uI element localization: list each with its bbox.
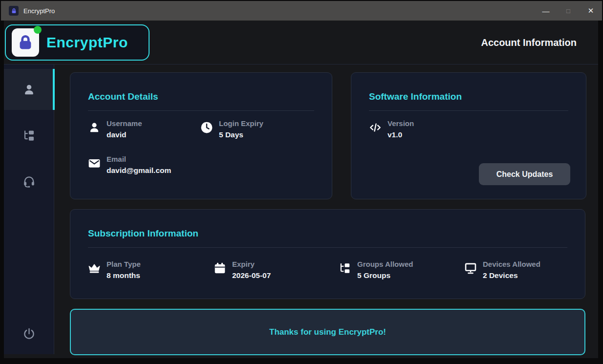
check-updates-button[interactable]: Check Updates bbox=[479, 163, 570, 185]
folder-tree-icon bbox=[339, 262, 351, 275]
field-version: Version v1.0 bbox=[369, 120, 481, 139]
field-value: 8 months bbox=[107, 272, 141, 279]
header: EncryptPro Account Information bbox=[4, 21, 598, 64]
minimize-button[interactable]: — bbox=[535, 1, 557, 21]
account-fields: Username david Login Expiry 5 Days bbox=[88, 120, 314, 174]
sidebar-item-logout[interactable] bbox=[4, 313, 54, 354]
field-username: Username david bbox=[88, 120, 200, 139]
headset-icon bbox=[22, 175, 36, 188]
sidebar-item-account[interactable] bbox=[4, 69, 54, 110]
divider bbox=[369, 110, 568, 111]
sidebar bbox=[4, 64, 54, 354]
sidebar-item-support[interactable] bbox=[4, 161, 54, 202]
maximize-button[interactable]: □ bbox=[557, 1, 580, 21]
software-fields: Version v1.0 bbox=[369, 120, 568, 139]
field-value: 2 Devices bbox=[483, 272, 540, 279]
field-label: Plan Type bbox=[107, 260, 141, 268]
field-label: Expiry bbox=[232, 260, 271, 268]
code-icon bbox=[369, 121, 382, 134]
field-expiry: Expiry 2026-05-07 bbox=[214, 260, 339, 279]
app-window: EncryptPro — □ ✕ EncryptPro Account Info… bbox=[0, 0, 603, 364]
online-status-dot bbox=[34, 26, 42, 34]
software-info-card: Software Information Version v1.0 bbox=[351, 72, 586, 199]
card-title: Account Details bbox=[88, 91, 314, 102]
lock-icon bbox=[16, 33, 35, 52]
divider bbox=[88, 110, 314, 111]
field-label: Groups Allowed bbox=[357, 260, 413, 268]
logo-text: EncryptPro bbox=[46, 34, 128, 51]
field-value: david@gmail.com bbox=[107, 167, 171, 174]
field-value: david bbox=[107, 131, 142, 139]
field-value: v1.0 bbox=[388, 131, 414, 139]
divider bbox=[88, 247, 567, 248]
titlebar: EncryptPro — □ ✕ bbox=[1, 1, 602, 21]
field-label: Email bbox=[107, 155, 171, 163]
field-value: 5 Days bbox=[219, 131, 263, 139]
lock-icon bbox=[11, 8, 17, 14]
field-value: 5 Groups bbox=[357, 272, 413, 279]
monitor-icon bbox=[464, 262, 477, 275]
field-label: Username bbox=[107, 120, 142, 127]
calendar-icon bbox=[214, 262, 226, 275]
window-controls: — □ ✕ bbox=[535, 1, 602, 21]
field-devices-allowed: Devices Allowed 2 Devices bbox=[464, 260, 567, 279]
field-label: Version bbox=[388, 120, 414, 127]
field-login-expiry: Login Expiry 5 Days bbox=[200, 120, 314, 139]
titlebar-app-name: EncryptPro bbox=[23, 7, 55, 15]
field-value: 2026-05-07 bbox=[232, 272, 271, 279]
field-groups-allowed: Groups Allowed 5 Groups bbox=[339, 260, 464, 279]
card-title: Software Information bbox=[369, 91, 568, 102]
clock-icon bbox=[200, 121, 213, 134]
field-label: Login Expiry bbox=[219, 120, 263, 127]
account-details-card: Account Details Username david bbox=[70, 72, 332, 199]
field-plan-type: Plan Type 8 months bbox=[88, 260, 214, 279]
subscription-card: Subscription Information Plan Type 8 mon… bbox=[70, 209, 585, 299]
close-button[interactable]: ✕ bbox=[580, 1, 602, 21]
mail-icon bbox=[88, 157, 101, 170]
logo-badge bbox=[12, 28, 39, 57]
power-icon bbox=[22, 327, 36, 341]
page-title: Account Information bbox=[481, 37, 577, 48]
app-icon bbox=[9, 6, 19, 16]
user-icon bbox=[88, 121, 101, 134]
folder-tree-icon bbox=[22, 129, 36, 142]
sidebar-item-groups[interactable] bbox=[4, 115, 54, 156]
user-icon bbox=[22, 83, 36, 96]
subscription-fields: Plan Type 8 months Expiry bbox=[88, 260, 567, 279]
field-email: Email david@gmail.com bbox=[88, 155, 200, 174]
logo: EncryptPro bbox=[5, 24, 150, 61]
app-body: EncryptPro Account Information bbox=[4, 21, 598, 358]
field-label: Devices Allowed bbox=[483, 260, 540, 268]
crown-icon bbox=[88, 262, 101, 275]
card-title: Subscription Information bbox=[88, 228, 567, 239]
footer-banner: Thanks for using EncryptPro! bbox=[70, 309, 585, 355]
footer-message: Thanks for using EncryptPro! bbox=[269, 327, 386, 337]
